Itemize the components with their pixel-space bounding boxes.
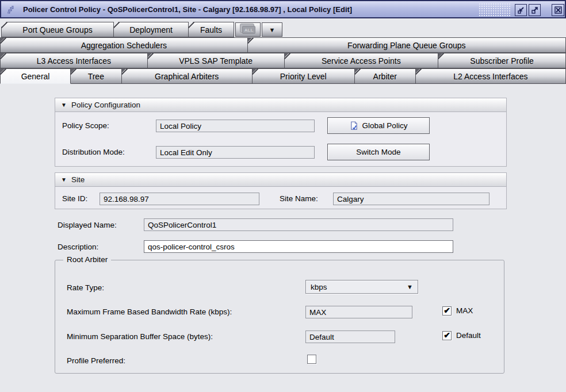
tab-row-3: L3 Access Interfaces VPLS SAP Template S…: [0, 53, 566, 68]
site-name-field: [333, 193, 489, 205]
profile-preferred-checkbox[interactable]: [307, 355, 316, 364]
tab-overflow-dropdown-button[interactable]: ▼: [262, 22, 282, 37]
policy-configuration-header[interactable]: ▼ Policy Configuration: [55, 98, 506, 112]
tab-l3-access-interfaces[interactable]: L3 Access Interfaces: [0, 53, 148, 68]
all-faults-icon: ALL: [242, 26, 256, 34]
default-checkbox-label: Default: [456, 330, 481, 341]
collapse-triangle-icon: ▼: [61, 176, 67, 183]
policy-configuration-panel: ▼ Policy Configuration Policy Scope: Glo…: [55, 98, 507, 167]
tab-forwarding-plane-queue-groups[interactable]: Forwarding Plane Queue Groups: [247, 37, 566, 53]
close-icon: [554, 6, 563, 14]
policy-scope-label: Policy Scope:: [62, 119, 109, 132]
tab-port-queue-groups[interactable]: Port Queue Groups: [1, 22, 114, 37]
tab-row-4: General Tree Graphical Arbiters Priority…: [0, 68, 566, 84]
distribution-mode-label: Distribution Mode:: [62, 145, 125, 159]
tab-vpls-sap-template[interactable]: VPLS SAP Template: [147, 53, 285, 68]
rate-type-label: Rate Type:: [67, 281, 104, 294]
site-title: Site: [71, 175, 85, 184]
policy-icon: [5, 3, 16, 15]
global-policy-icon: [350, 121, 358, 130]
all-faults-button[interactable]: ALL: [235, 22, 261, 37]
tab-graphical-arbiters[interactable]: Graphical Arbiters: [121, 68, 253, 84]
tab-tree[interactable]: Tree: [70, 68, 121, 84]
maximize-icon: [530, 6, 539, 14]
tab-faults[interactable]: Faults: [188, 22, 234, 37]
description-label: Description:: [58, 240, 98, 253]
tab-row-2: Aggregation Schedulers Forwarding Plane …: [0, 37, 566, 53]
tab-deployment[interactable]: Deployment: [113, 22, 189, 37]
switch-mode-button[interactable]: Switch Mode: [327, 144, 430, 160]
switch-mode-button-label: Switch Mode: [356, 148, 400, 156]
titlebar-texture: [479, 3, 511, 16]
rate-type-value: kbps: [311, 283, 327, 291]
tab-general[interactable]: General: [0, 68, 71, 84]
close-button[interactable]: [552, 4, 564, 16]
displayed-name-label: Displayed Name:: [58, 218, 117, 232]
tab-aggregation-schedulers[interactable]: Aggregation Schedulers: [0, 37, 248, 53]
max-checkbox[interactable]: ✔: [442, 306, 452, 316]
root-arbiter-group: Root Arbiter Rate Type: kbps ▼ Maximum F…: [55, 260, 504, 374]
window-title: Policer Control Policy - QoSPolicerContr…: [23, 5, 352, 14]
tab-service-access-points[interactable]: Service Access Points: [284, 53, 439, 68]
min-buffer-label: Minimum Separation Buffer Space (bytes):: [67, 330, 213, 343]
displayed-name-field: [144, 218, 453, 231]
profile-preferred-label: Profile Preferred:: [67, 354, 125, 367]
global-policy-button-label: Global Policy: [362, 121, 408, 130]
site-panel: ▼ Site Site ID: Site Name:: [55, 172, 507, 209]
maximize-button[interactable]: [529, 4, 541, 16]
tab-priority-level[interactable]: Priority Level: [252, 68, 355, 84]
max-rate-field: [305, 306, 412, 318]
policy-scope-field: [156, 120, 315, 132]
global-policy-button[interactable]: Global Policy: [327, 117, 430, 134]
description-field[interactable]: [144, 240, 453, 253]
minimize-icon: [517, 6, 525, 14]
site-id-label: Site ID:: [62, 192, 87, 205]
collapse-triangle-icon: ▼: [61, 102, 67, 108]
policer-control-policy-window: Policer Control Policy - QoSPolicerContr…: [0, 0, 566, 392]
policy-configuration-title: Policy Configuration: [71, 101, 140, 109]
max-checkbox-label: MAX: [456, 306, 473, 316]
chevron-down-icon: ▼: [269, 26, 276, 33]
tab-l2-access-interfaces[interactable]: L2 Access Interfaces: [415, 68, 566, 84]
tab-arbiter[interactable]: Arbiter: [354, 68, 416, 84]
default-checkbox[interactable]: ✔: [442, 331, 452, 340]
chevron-down-icon: ▼: [407, 283, 413, 290]
site-name-label: Site Name:: [280, 192, 318, 205]
tab-row-1: Port Queue Groups Deployment Faults ALL …: [1, 22, 565, 37]
site-id-field: [100, 193, 259, 205]
tab-subscriber-profile[interactable]: Subscriber Profile: [438, 53, 566, 68]
distribution-mode-field: [156, 146, 315, 159]
max-rate-label: Maximum Frame Based Bandwidth Rate (kbps…: [67, 305, 232, 318]
min-buffer-field: [305, 330, 395, 343]
site-header[interactable]: ▼ Site: [55, 173, 506, 187]
root-arbiter-title: Root Arbiter: [63, 255, 111, 264]
rate-type-dropdown[interactable]: kbps ▼: [305, 280, 418, 294]
minimize-button[interactable]: [515, 4, 527, 16]
window-titlebar: Policer Control Policy - QoSPolicerContr…: [0, 0, 566, 18]
